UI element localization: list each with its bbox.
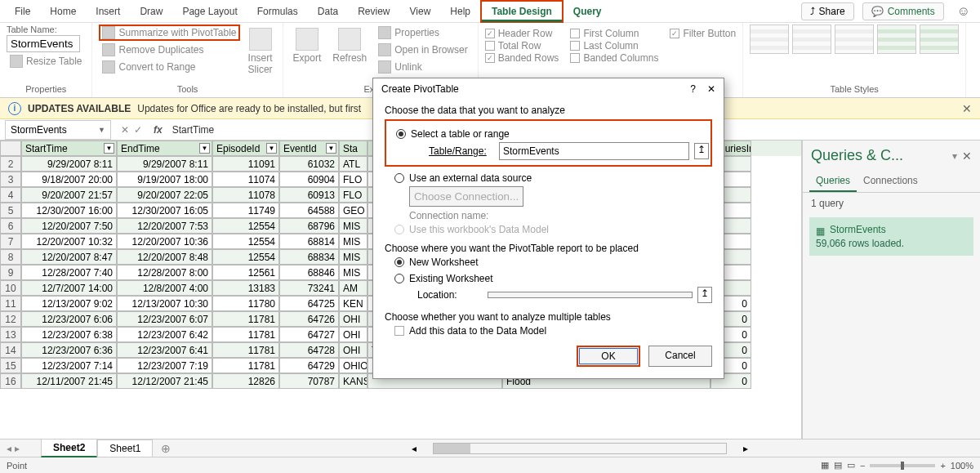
tab-table-design[interactable]: Table Design xyxy=(480,0,564,23)
radio-external-source[interactable] xyxy=(394,173,404,183)
style-swatch[interactable] xyxy=(792,25,831,54)
cell[interactable]: 12/20/2007 10:32 xyxy=(21,234,117,249)
insert-slicer-button[interactable]: Insert Slicer xyxy=(245,25,276,78)
ok-button[interactable]: OK xyxy=(577,346,640,367)
convert-range-button[interactable]: Convert to Range xyxy=(99,59,239,75)
tab-query[interactable]: Query xyxy=(564,2,612,21)
checkbox-header-row[interactable]: ✓ xyxy=(485,29,495,38)
cell[interactable]: MIS xyxy=(339,249,368,265)
col-header[interactable]: EndTime▼ xyxy=(117,141,212,156)
chevron-down-icon[interactable]: ▾ xyxy=(952,150,957,162)
cell[interactable]: 61032 xyxy=(279,156,339,172)
sheet-nav-next[interactable]: ▸ xyxy=(15,443,20,454)
cell[interactable]: FLO xyxy=(339,172,368,187)
cell[interactable]: 13183 xyxy=(212,280,279,296)
zoom-in-icon[interactable]: + xyxy=(940,461,945,471)
cancel-formula-icon[interactable]: ✕ xyxy=(121,124,129,136)
cell[interactable]: OHIO xyxy=(339,358,368,373)
cell[interactable]: 12/23/2007 6:06 xyxy=(21,311,117,327)
sheet-tab[interactable]: Sheet2 xyxy=(41,439,97,457)
share-button[interactable]: ⤴Share xyxy=(801,2,854,20)
cell[interactable]: GEO xyxy=(339,203,368,218)
style-swatch[interactable] xyxy=(877,25,916,54)
name-box[interactable]: StormEvents▼ xyxy=(5,120,111,140)
hscrollbar[interactable] xyxy=(433,443,727,454)
cell[interactable]: 60913 xyxy=(279,187,339,203)
panel-tab-queries[interactable]: Queries xyxy=(809,171,857,192)
row-number[interactable]: 6 xyxy=(0,218,21,234)
view-break-icon[interactable]: ▭ xyxy=(847,460,855,471)
cell[interactable]: 12/11/2007 21:45 xyxy=(21,373,117,389)
cell[interactable]: 12561 xyxy=(212,265,279,280)
cell[interactable]: 12/20/2007 8:48 xyxy=(117,249,212,265)
cell[interactable]: 12/23/2007 7:14 xyxy=(21,358,117,373)
row-number[interactable]: 15 xyxy=(0,358,21,373)
accept-formula-icon[interactable]: ✓ xyxy=(134,124,142,136)
refresh-button[interactable]: Refresh xyxy=(329,25,370,67)
radio-new-worksheet[interactable] xyxy=(394,257,404,267)
zoom-slider[interactable] xyxy=(870,464,935,467)
range-picker-button[interactable]: ↥ xyxy=(694,143,709,159)
cell[interactable]: MIS xyxy=(339,218,368,234)
tab-draw[interactable]: Draw xyxy=(130,2,172,21)
cell[interactable]: 12/13/2007 9:02 xyxy=(21,296,117,311)
cell[interactable]: 12/20/2007 8:47 xyxy=(21,249,117,265)
tab-view[interactable]: View xyxy=(400,2,441,21)
checkbox-last-col[interactable] xyxy=(570,41,580,51)
query-card[interactable]: ▦StormEvents 59,066 rows loaded. xyxy=(809,217,973,256)
cell[interactable]: 12/12/2007 21:45 xyxy=(117,373,212,389)
cell[interactable]: 12/23/2007 6:07 xyxy=(117,311,212,327)
radio-existing-worksheet[interactable] xyxy=(394,274,404,283)
cell[interactable]: ATL xyxy=(339,156,368,172)
checkbox-banded-rows[interactable]: ✓ xyxy=(485,53,495,63)
cell[interactable]: FLO xyxy=(339,187,368,203)
select-all-corner[interactable] xyxy=(0,141,21,156)
cell[interactable]: 12826 xyxy=(212,373,279,389)
tab-page-layout[interactable]: Page Layout xyxy=(172,2,247,21)
export-button[interactable]: Export xyxy=(290,25,325,67)
cell[interactable]: 64728 xyxy=(279,342,339,358)
tab-insert[interactable]: Insert xyxy=(86,2,130,21)
help-icon[interactable]: ? xyxy=(690,83,696,95)
location-input[interactable] xyxy=(488,292,693,298)
cell[interactable]: 12/23/2007 7:19 xyxy=(117,358,212,373)
filter-icon[interactable]: ▼ xyxy=(199,143,210,154)
fx-icon[interactable]: fx xyxy=(147,124,169,136)
resize-table-button[interactable]: Resize Table xyxy=(7,53,85,69)
tab-formulas[interactable]: Formulas xyxy=(247,2,308,21)
cell[interactable]: 68814 xyxy=(279,234,339,249)
cell[interactable]: 12/20/2007 10:36 xyxy=(117,234,212,249)
add-sheet-button[interactable]: ⊕ xyxy=(153,442,179,455)
cell[interactable]: KANSAS xyxy=(339,373,368,389)
tab-help[interactable]: Help xyxy=(440,2,480,21)
cell[interactable]: 12/28/2007 7:40 xyxy=(21,265,117,280)
cell[interactable]: 73241 xyxy=(279,280,339,296)
row-number[interactable]: 9 xyxy=(0,265,21,280)
style-swatch[interactable] xyxy=(835,25,874,54)
checkbox-add-data-model[interactable] xyxy=(394,326,404,336)
radio-select-range[interactable] xyxy=(396,129,406,139)
style-swatch[interactable] xyxy=(920,25,959,54)
scroll-right-icon[interactable]: ▸ xyxy=(743,443,748,454)
cell[interactable]: 11780 xyxy=(212,296,279,311)
row-number[interactable]: 12 xyxy=(0,311,21,327)
cell[interactable]: 11781 xyxy=(212,327,279,342)
chevron-down-icon[interactable]: ▼ xyxy=(98,126,105,134)
zoom-out-icon[interactable]: − xyxy=(860,461,865,471)
cell[interactable]: 64725 xyxy=(279,296,339,311)
cell[interactable]: 11781 xyxy=(212,311,279,327)
row-number[interactable]: 3 xyxy=(0,172,21,187)
checkbox-filter-button[interactable]: ✓ xyxy=(670,29,679,38)
cell[interactable]: 11078 xyxy=(212,187,279,203)
row-number[interactable]: 4 xyxy=(0,187,21,203)
cell[interactable]: 64729 xyxy=(279,358,339,373)
row-number[interactable]: 10 xyxy=(0,280,21,296)
cell[interactable]: 64588 xyxy=(279,203,339,218)
row-number[interactable]: 2 xyxy=(0,156,21,172)
cancel-button[interactable]: Cancel xyxy=(648,346,712,367)
cell[interactable]: 9/20/2007 22:05 xyxy=(117,187,212,203)
cell[interactable]: AM xyxy=(339,280,368,296)
cell[interactable]: 12554 xyxy=(212,249,279,265)
cell[interactable]: 12/23/2007 6:38 xyxy=(21,327,117,342)
tab-file[interactable]: File xyxy=(5,2,40,21)
